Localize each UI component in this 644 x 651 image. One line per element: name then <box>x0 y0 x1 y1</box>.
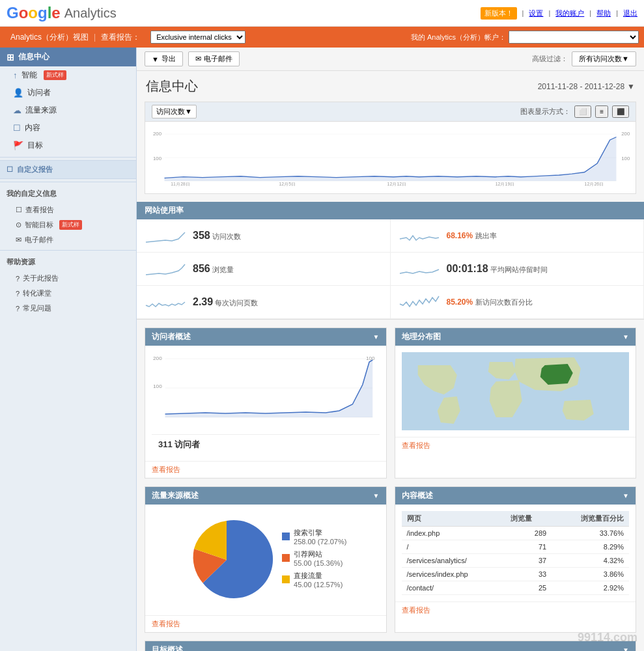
compare-btn[interactable]: ⬛ <box>612 105 629 118</box>
email-button[interactable]: ✉ 电子邮件 <box>188 51 240 66</box>
sidebar-conversion-university[interactable]: ? 转化课堂 <box>0 286 136 301</box>
new-visits-sparkline <box>400 292 439 312</box>
svg-text:100: 100 <box>621 156 630 162</box>
visits-number: 358 <box>193 230 210 241</box>
sidebar-item-visitors[interactable]: 👤 访问者 <box>0 84 136 102</box>
help-resources-label: 帮助资源 <box>0 253 136 271</box>
svg-text:100: 100 <box>366 355 375 361</box>
sidebar-divider2 <box>0 182 136 182</box>
legend-item-referral: 引荐网站 55.00 (15.36%) <box>282 549 346 567</box>
header-separator2: | <box>548 9 550 17</box>
traffic-report-link[interactable]: 查看报告 <box>152 620 180 628</box>
grid-icon: ⊞ <box>7 52 14 62</box>
sidebar-item-goals[interactable]: 🚩 目标 <box>0 137 136 154</box>
sidebar-item-content[interactable]: ☐ 内容 <box>0 119 136 137</box>
analytics-logo-text: Analytics <box>64 6 117 21</box>
goal-widget: 目标概述 ▼ 6 3 3 18 目标转化次数 <box>145 641 636 651</box>
sidebar-custom-reports-header[interactable]: ☐ 自定义报告 <box>0 160 136 179</box>
table-cell-views: 37 <box>505 554 552 568</box>
help-link[interactable]: 帮助 <box>596 8 611 18</box>
visitor-report-link[interactable]: 查看报告 <box>152 465 180 473</box>
geo-widget-footer: 查看报告 <box>395 437 636 454</box>
traffic-legend: 搜索引擎 258.00 (72.07%) 引荐网站 55.00 (15.36%) <box>282 528 346 592</box>
logo: Google Analytics <box>7 4 117 22</box>
sidebar-item-advisor[interactable]: ↑ 智能 新式样 <box>0 66 136 84</box>
all-visits-button[interactable]: 所有访问次数▼ <box>572 51 636 66</box>
advanced-filter-label: 高级过滤： <box>532 54 568 64</box>
bar-chart-btn[interactable]: ≡ <box>595 105 608 118</box>
two-col-row1: 访问者概述 ▼ 200 100 100 <box>137 320 644 478</box>
table-row: / 71 8.29% <box>402 540 630 554</box>
goal-widget-header: 目标概述 ▼ <box>145 641 636 651</box>
advisor-badge: 新式样 <box>44 70 66 80</box>
sidebar: ⊞ 信息中心 ↑ 智能 新式样 👤 访问者 ☁ 流量来源 ☐ 内容 🚩 <box>0 48 137 651</box>
header-separator3: | <box>589 9 591 17</box>
legend-value-direct: 45.00 (12.57%) <box>294 581 343 589</box>
stat-avg-time: 00:01:18 平均网站停留时间 <box>391 253 645 286</box>
legend-label-search: 搜索引擎 <box>294 528 346 538</box>
toolbar: ▼ 导出 ✉ 电子邮件 高级过滤： 所有访问次数▼ <box>137 48 644 71</box>
sidebar-about-reports[interactable]: ? 关于此报告 <box>0 271 136 286</box>
navbar-right: 我的 Analytics（分析）帐户： <box>411 31 639 44</box>
sidebar-view-reports[interactable]: ☐ 查看报告 <box>0 202 136 217</box>
avg-time-info: 00:01:18 平均网站停留时间 <box>447 263 635 275</box>
goals-icon: 🚩 <box>13 141 23 150</box>
stat-visits: 358 访问次数 <box>137 219 391 253</box>
stat-bounce-rate: 68.16% 跳出率 <box>391 219 645 253</box>
sidebar-info-center-header[interactable]: ⊞ 信息中心 <box>0 48 136 66</box>
svg-text:200: 200 <box>621 131 630 137</box>
geo-widget-collapse-icon[interactable]: ▼ <box>623 333 629 340</box>
filter-select[interactable]: Exclusive internal clicks <box>150 31 245 44</box>
sidebar-common-questions[interactable]: ? 常见问题 <box>0 301 136 316</box>
sidebar-divider1 <box>0 157 136 158</box>
sidebar-traffic-label: 流量来源 <box>25 105 57 116</box>
logout-link[interactable]: 退出 <box>623 8 637 18</box>
svg-marker-19 <box>165 360 373 417</box>
conversion-icon: ? <box>16 290 20 298</box>
site-stats-title: 网站使用率 <box>145 206 184 215</box>
export-label: 导出 <box>161 54 176 64</box>
account-select[interactable] <box>509 31 639 44</box>
sidebar-smart-goals[interactable]: ⊙ 智能目标 新式样 <box>0 217 136 232</box>
content-widget-header: 内容概述 ▼ <box>395 487 636 505</box>
content-widget-collapse-icon[interactable]: ▼ <box>623 492 629 499</box>
sidebar-advisor-label: 智能 <box>21 70 37 81</box>
goal-widget-collapse-icon[interactable]: ▼ <box>623 646 629 651</box>
sidebar-item-traffic[interactable]: ☁ 流量来源 <box>0 102 136 119</box>
visitor-widget-footer: 查看报告 <box>145 461 386 478</box>
sidebar-email[interactable]: ✉ 电子邮件 <box>0 232 136 247</box>
svg-text:12月12日: 12月12日 <box>387 182 407 186</box>
reports-nav-link[interactable]: 查看报告： <box>96 32 145 43</box>
about-reports-icon: ? <box>16 275 20 283</box>
avg-time-sparkline <box>400 259 439 279</box>
sidebar-smart-goals-label: 智能目标 <box>25 220 53 230</box>
date-range[interactable]: 2011-11-28 - 2011-12-28 ▼ <box>538 82 635 91</box>
table-row: /contact/ 25 2.92% <box>402 581 630 595</box>
table-cell-views: 33 <box>505 568 552 581</box>
geo-report-link[interactable]: 查看报告 <box>402 441 430 449</box>
sidebar-info-center-section: ⊞ 信息中心 ↑ 智能 新式样 👤 访问者 ☁ 流量来源 ☐ 内容 🚩 <box>0 48 136 154</box>
legend-color-search <box>282 533 290 540</box>
filter-select-container[interactable]: Exclusive internal clicks <box>150 31 245 44</box>
visitor-widget-collapse-icon[interactable]: ▼ <box>373 333 380 340</box>
legend-value-search: 258.00 (72.07%) <box>294 538 346 546</box>
email-btn-icon: ✉ <box>195 55 201 63</box>
sidebar-info-center-label: 信息中心 <box>18 51 49 62</box>
content-widget: 内容概述 ▼ 网页 浏览量 浏览量百分比 /ind <box>395 486 637 633</box>
my-account-link[interactable]: 我的账户 <box>555 8 584 18</box>
traffic-widget-collapse-icon[interactable]: ▼ <box>373 492 380 499</box>
settings-link[interactable]: 设置 <box>529 8 543 18</box>
content-report-link[interactable]: 查看报告 <box>402 606 430 614</box>
stat-pageviews: 856 浏览量 <box>137 253 391 286</box>
legend-text-search: 搜索引擎 258.00 (72.07%) <box>294 528 346 546</box>
table-cell-percent: 4.32% <box>552 554 629 568</box>
bounce-sparkline <box>400 226 439 245</box>
analytics-nav-link[interactable]: Analytics（分析）视图 <box>5 32 94 43</box>
export-button[interactable]: ▼ 导出 <box>145 51 183 66</box>
chart-tab-visits[interactable]: 访问次数▼ <box>152 105 197 118</box>
line-chart-btn[interactable]: ⬜ <box>574 105 591 118</box>
table-cell-page: /contact/ <box>402 581 506 595</box>
visitor-widget-body: 200 100 100 311 访问者 <box>145 346 386 461</box>
table-cell-percent: 2.92% <box>552 581 629 595</box>
visitor-widget: 访问者概述 ▼ 200 100 100 <box>145 327 387 478</box>
